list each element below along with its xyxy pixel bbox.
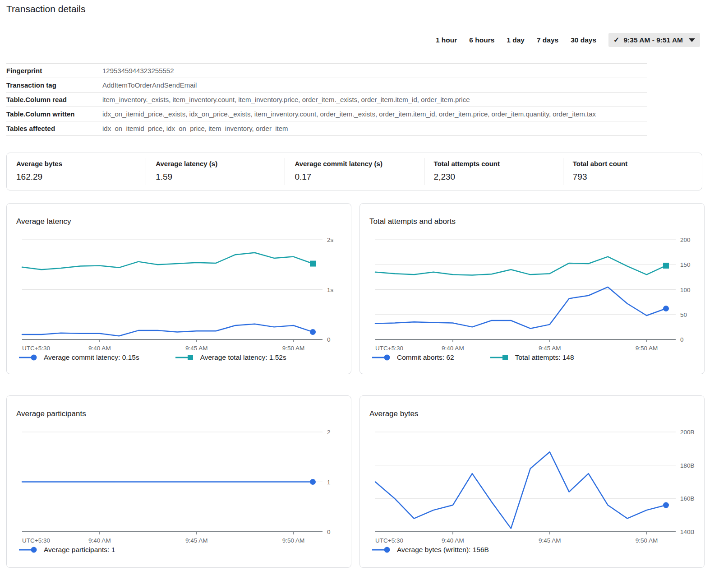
table-row: Table.Column written idx_on_itemid_price…	[6, 107, 647, 121]
stat-label: Average latency (s)	[156, 160, 285, 167]
chart-title: Average participants	[16, 409, 86, 418]
svg-text:9:45 AM: 9:45 AM	[539, 537, 561, 544]
svg-text:9:40 AM: 9:40 AM	[88, 537, 111, 544]
chart-card-average-bytes: 200B180B160B140B9:40 AM9:45 AM9:50 AMUTC…	[359, 395, 705, 568]
row-value: idx_on_itemid_price._exists, idx_on_pric…	[102, 110, 647, 118]
svg-text:2: 2	[327, 429, 331, 436]
row-label: Fingerprint	[6, 67, 102, 74]
stat-value: 793	[573, 172, 702, 182]
stat-total-abort-count: Total abort count 793	[563, 158, 702, 185]
legend-item[interactable]: Average commit latency: 0.15s	[19, 353, 139, 362]
table-row: Fingerprint 1295345944323255552	[6, 63, 647, 78]
svg-text:9:40 AM: 9:40 AM	[442, 345, 464, 352]
svg-text:2s: 2s	[327, 237, 334, 243]
chart-legend: Average bytes (written): 156B	[372, 546, 489, 554]
time-range-option-30-days[interactable]: 30 days	[571, 36, 596, 44]
chart-card-average-participants: 2109:40 AM9:45 AM9:50 AMUTC+5:30 Average…	[6, 395, 351, 568]
svg-text:9:50 AM: 9:50 AM	[636, 537, 658, 544]
svg-text:9:45 AM: 9:45 AM	[539, 345, 561, 352]
chart-card-average-latency: 2s1s09:40 AM9:45 AM9:50 AMUTC+5:30 Avera…	[6, 203, 351, 374]
legend-line-square-icon	[175, 354, 194, 361]
svg-text:9:50 AM: 9:50 AM	[282, 537, 305, 544]
svg-text:100: 100	[680, 287, 691, 293]
stat-label: Average commit latency (s)	[295, 160, 424, 167]
legend-item[interactable]: Total attempts: 148	[490, 353, 574, 362]
svg-text:9:45 AM: 9:45 AM	[185, 345, 208, 352]
svg-text:0: 0	[327, 336, 331, 343]
chart-legend: Average participants: 1	[19, 546, 115, 554]
row-label: Tables affected	[6, 125, 102, 132]
svg-text:1: 1	[327, 479, 331, 486]
time-range-option-1-hour[interactable]: 1 hour	[436, 36, 457, 44]
svg-text:1s: 1s	[327, 287, 334, 293]
check-icon: ✓	[613, 36, 619, 44]
transaction-details-table: Fingerprint 1295345944323255552 Transact…	[6, 63, 647, 136]
chart-legend: Average commit latency: 0.15sAverage tot…	[19, 353, 286, 362]
legend-label: Commit aborts: 62	[397, 353, 454, 362]
transaction-details-page: Transaction details 1 hour 6 hours 1 day…	[0, 0, 728, 585]
svg-text:9:40 AM: 9:40 AM	[88, 345, 111, 352]
svg-text:UTC+5:30: UTC+5:30	[22, 345, 50, 352]
svg-text:160B: 160B	[680, 495, 695, 502]
legend-item[interactable]: Average bytes (written): 156B	[372, 546, 489, 554]
row-label: Transaction tag	[6, 81, 102, 89]
time-range-option-6-hours[interactable]: 6 hours	[469, 36, 494, 44]
stat-value: 2,230	[434, 172, 563, 182]
time-range-selector: 1 hour 6 hours 1 day 7 days 30 days ✓ 9:…	[436, 33, 700, 47]
stat-average-latency: Average latency (s) 1.59	[146, 158, 285, 185]
svg-text:150: 150	[680, 261, 691, 268]
svg-text:0: 0	[680, 336, 684, 343]
legend-line-dot-icon	[19, 546, 38, 553]
chart-legend: Commit aborts: 62Total attempts: 148	[372, 353, 574, 362]
stat-value: 1.59	[156, 172, 285, 182]
chart-card-total-attempts-aborts: 2001501005009:40 AM9:45 AM9:50 AMUTC+5:3…	[359, 203, 705, 374]
legend-line-dot-icon	[372, 546, 391, 553]
legend-item[interactable]: Average participants: 1	[19, 546, 115, 554]
legend-item[interactable]: Commit aborts: 62	[372, 353, 454, 362]
row-label: Table.Column read	[6, 96, 102, 103]
legend-item[interactable]: Average total latency: 1.52s	[175, 353, 286, 362]
table-row: Table.Column read item_inventory._exists…	[6, 92, 647, 107]
chart-title: Average latency	[16, 217, 71, 226]
stat-label: Total abort count	[573, 160, 702, 167]
legend-label: Average bytes (written): 156B	[397, 546, 489, 554]
stat-average-commit-latency: Average commit latency (s) 0.17	[285, 158, 424, 185]
legend-label: Average participants: 1	[44, 546, 115, 554]
row-label: Table.Column written	[6, 110, 102, 118]
svg-text:UTC+5:30: UTC+5:30	[375, 537, 403, 544]
legend-label: Average total latency: 1.52s	[200, 353, 286, 362]
row-value: 1295345944323255552	[102, 67, 647, 74]
stat-value: 162.29	[16, 172, 146, 182]
svg-text:UTC+5:30: UTC+5:30	[22, 537, 50, 544]
svg-text:140B: 140B	[680, 529, 695, 535]
chart-title: Average bytes	[369, 409, 418, 418]
time-range-selected-chip[interactable]: ✓ 9:35 AM - 9:51 AM	[608, 33, 700, 47]
svg-text:9:50 AM: 9:50 AM	[282, 345, 305, 352]
svg-text:0: 0	[327, 529, 331, 535]
svg-text:9:40 AM: 9:40 AM	[442, 537, 464, 544]
row-value: item_inventory._exists, item_inventory.c…	[102, 96, 647, 103]
stat-label: Average bytes	[16, 160, 146, 167]
svg-text:UTC+5:30: UTC+5:30	[375, 345, 403, 352]
svg-text:9:50 AM: 9:50 AM	[636, 345, 658, 352]
table-row: Transaction tag AddItemToOrderAndSendEma…	[6, 78, 647, 92]
time-range-option-7-days[interactable]: 7 days	[537, 36, 558, 44]
stat-average-bytes: Average bytes 162.29	[7, 158, 146, 185]
stat-label: Total attempts count	[434, 160, 563, 167]
row-value: AddItemToOrderAndSendEmail	[102, 81, 647, 89]
svg-text:200B: 200B	[680, 429, 695, 436]
legend-line-dot-icon	[19, 354, 38, 361]
svg-text:50: 50	[680, 311, 687, 318]
chevron-down-icon	[689, 38, 695, 42]
time-range-option-1-day[interactable]: 1 day	[507, 36, 525, 44]
stat-value: 0.17	[295, 172, 424, 182]
svg-text:180B: 180B	[680, 462, 695, 469]
page-title: Transaction details	[6, 4, 85, 14]
chart-title: Total attempts and aborts	[369, 217, 456, 226]
aggregate-stats-card: Average bytes 162.29 Average latency (s)…	[6, 153, 702, 190]
legend-line-dot-icon	[372, 354, 391, 361]
legend-label: Total attempts: 148	[515, 353, 574, 362]
svg-text:9:45 AM: 9:45 AM	[185, 537, 208, 544]
legend-line-square-icon	[490, 354, 509, 361]
row-value: idx_on_itemid_price, idx_on_price, item_…	[102, 125, 647, 132]
